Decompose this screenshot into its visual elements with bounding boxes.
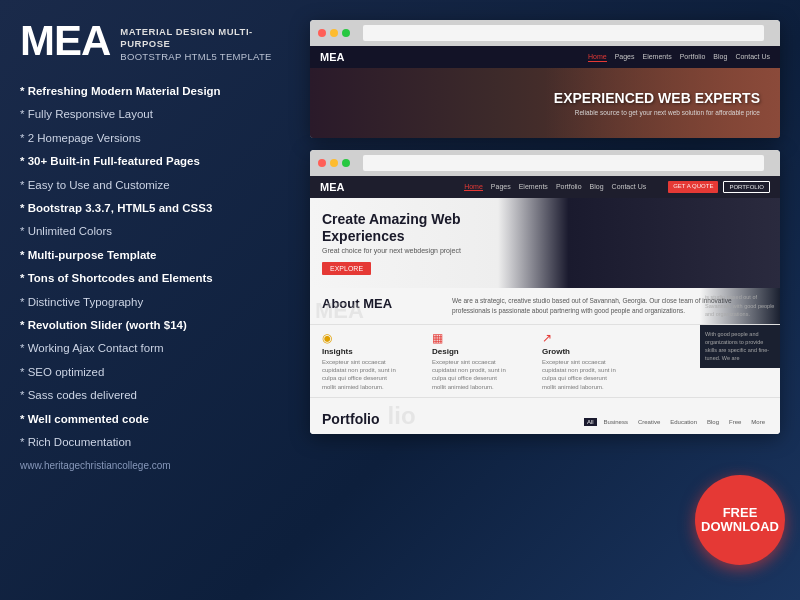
- feature-item: * Revolution Slider (worth $14): [20, 315, 290, 335]
- feature-item: * Easy to Use and Customize: [20, 175, 290, 195]
- dot-green-2: [342, 159, 350, 167]
- download-text: DOWNLOAD: [701, 520, 779, 534]
- about-side: is studio based out of Savannah, with go…: [700, 288, 780, 324]
- logo-subtitle: MATERIAL DESIGN MULTI-PURPOSE BOOTSTRAP …: [120, 20, 290, 63]
- logo-line2: BOOTSTRAP HTML5 TEMPLATE: [120, 51, 290, 63]
- logo-line1: MATERIAL DESIGN MULTI-PURPOSE: [120, 26, 290, 51]
- icon-text: Excepteur sint occaecat cupidatat non pr…: [322, 358, 402, 392]
- quote-button[interactable]: GET A QUOTE: [668, 181, 718, 193]
- hero-sub-bottom: Great choice for your next webdesign pro…: [322, 247, 522, 254]
- website-url: www.heritagechristiancollege.com: [20, 460, 290, 471]
- nav-link-item[interactable]: Home: [464, 183, 483, 191]
- site-logo-top: MEA: [320, 51, 344, 63]
- filter-button[interactable]: Education: [667, 418, 700, 426]
- feature-item: * SEO optimized: [20, 362, 290, 382]
- feature-item: * Rich Documentation: [20, 432, 290, 452]
- dot-red-2: [318, 159, 326, 167]
- about-left: About MEA MEA: [322, 296, 442, 316]
- icon-title: Insights: [322, 347, 402, 356]
- dot-red: [318, 29, 326, 37]
- feature-item: * Fully Responsive Layout: [20, 104, 290, 124]
- nav-links-top: HomePagesElementsPortfolioBlogContact Us: [588, 53, 770, 62]
- nav-link-item[interactable]: Pages: [491, 183, 511, 191]
- logo-area: MEA MATERIAL DESIGN MULTI-PURPOSE BOOTST…: [20, 20, 290, 63]
- site-nav-top: MEA HomePagesElementsPortfolioBlogContac…: [310, 46, 780, 68]
- nav-link-item[interactable]: Portfolio: [556, 183, 582, 191]
- nav-link-item[interactable]: Elements: [642, 53, 671, 62]
- browser-dots-bottom: [318, 159, 350, 167]
- portfolio-watermark: lio: [388, 404, 416, 428]
- dot-green: [342, 29, 350, 37]
- nav-link-item[interactable]: Blog: [713, 53, 727, 62]
- hero-title-bottom: Create Amazing Web Experiences: [322, 211, 522, 245]
- filter-button[interactable]: All: [584, 418, 597, 426]
- left-panel: MEA MATERIAL DESIGN MULTI-PURPOSE BOOTST…: [20, 20, 290, 580]
- browser-url-bottom: [363, 155, 764, 171]
- browser-content-bottom: MEA HomePagesElementsPortfolioBlogContac…: [310, 176, 780, 434]
- free-text: FREE: [723, 506, 758, 520]
- nav-link-item[interactable]: Pages: [615, 53, 635, 62]
- browser-bar-bottom: [310, 150, 780, 176]
- hero-section-top: EXPERIENCED WEB EXPERTS Reliable source …: [310, 68, 780, 138]
- filter-button[interactable]: Blog: [704, 418, 722, 426]
- browser-dots-top: [318, 29, 350, 37]
- browser-content-top: MEA HomePagesElementsPortfolioBlogContac…: [310, 46, 780, 138]
- icon-item: ▦ Design Excepteur sint occaecat cupidat…: [432, 331, 512, 392]
- main-container: MEA MATERIAL DESIGN MULTI-PURPOSE BOOTST…: [0, 0, 800, 600]
- browser-bottom: MEA HomePagesElementsPortfolioBlogContac…: [310, 150, 780, 434]
- dot-yellow: [330, 29, 338, 37]
- nav-buttons: GET A QUOTE PORTFOLIO: [668, 181, 770, 193]
- browser-top: MEA HomePagesElementsPortfolioBlogContac…: [310, 20, 780, 138]
- icons-row: ◉ Insights Excepteur sint occaecat cupid…: [310, 324, 780, 398]
- explore-button[interactable]: EXPLORE: [322, 262, 371, 275]
- logo-text: MEA: [20, 20, 110, 62]
- about-side-text: is studio based out of Savannah, with go…: [705, 293, 775, 318]
- nav-link-item[interactable]: Contact Us: [612, 183, 647, 191]
- hero-subtitle-top: Reliable source to get your next web sol…: [554, 109, 760, 116]
- hero-section-bottom: Create Amazing Web Experiences Great cho…: [310, 198, 780, 288]
- about-section: About MEA MEA We are a strategic, creati…: [310, 288, 780, 324]
- portfolio-title: Portfolio: [322, 411, 380, 427]
- filter-button[interactable]: More: [748, 418, 768, 426]
- icon-title: Design: [432, 347, 512, 356]
- icon-item: ◉ Insights Excepteur sint occaecat cupid…: [322, 331, 402, 392]
- icon-text: Excepteur sint occaecat cupidatat non pr…: [542, 358, 622, 392]
- features-list: * Refreshing Modern Material Design* Ful…: [20, 81, 290, 452]
- feature-item: * Well commented code: [20, 409, 290, 429]
- dot-yellow-2: [330, 159, 338, 167]
- free-download-badge[interactable]: FREE DOWNLOAD: [695, 475, 785, 565]
- browser-bar-top: [310, 20, 780, 46]
- filter-button[interactable]: Creative: [635, 418, 663, 426]
- feature-item: * Tons of Shortcodes and Elements: [20, 268, 290, 288]
- icon-symbol: ▦: [432, 331, 512, 345]
- icon-item: ↗ Growth Excepteur sint occaecat cupidat…: [542, 331, 622, 392]
- feature-item: * 2 Homepage Versions: [20, 128, 290, 148]
- portfolio-filters: AllBusinessCreativeEducationBlogFreeMore: [584, 418, 768, 426]
- hero-title-top: EXPERIENCED WEB EXPERTS: [554, 90, 760, 107]
- feature-item: * Distinctive Typography: [20, 292, 290, 312]
- filter-button[interactable]: Business: [601, 418, 631, 426]
- feature-item: * Unlimited Colors: [20, 221, 290, 241]
- icon-text: Excepteur sint occaecat cupidatat non pr…: [432, 358, 512, 392]
- nav-links-bottom: HomePagesElementsPortfolioBlogContact Us: [464, 183, 646, 191]
- nav-link-item[interactable]: Home: [588, 53, 607, 62]
- nav-link-item[interactable]: Contact Us: [735, 53, 770, 62]
- icons-side-dark: With good people and organizations to pr…: [700, 325, 780, 368]
- hero-text-bottom: Create Amazing Web Experiences Great cho…: [322, 211, 522, 276]
- portfolio-bar: Portfolio lio AllBusinessCreativeEducati…: [310, 397, 780, 434]
- nav-link-item[interactable]: Blog: [590, 183, 604, 191]
- filter-button[interactable]: Free: [726, 418, 744, 426]
- site-logo-bottom: MEA: [320, 181, 344, 193]
- nav-link-item[interactable]: Elements: [519, 183, 548, 191]
- site-nav-bottom: MEA HomePagesElementsPortfolioBlogContac…: [310, 176, 780, 198]
- right-panel: MEA HomePagesElementsPortfolioBlogContac…: [310, 20, 780, 580]
- portfolio-button[interactable]: PORTFOLIO: [723, 181, 770, 193]
- about-watermark: MEA: [315, 298, 364, 324]
- feature-item: * Multi-purpose Template: [20, 245, 290, 265]
- nav-link-item[interactable]: Portfolio: [680, 53, 706, 62]
- feature-item: * 30+ Built-in Full-featured Pages: [20, 151, 290, 171]
- icon-title: Growth: [542, 347, 622, 356]
- icon-symbol: ↗: [542, 331, 622, 345]
- icon-symbol: ◉: [322, 331, 402, 345]
- browser-url-top: [363, 25, 764, 41]
